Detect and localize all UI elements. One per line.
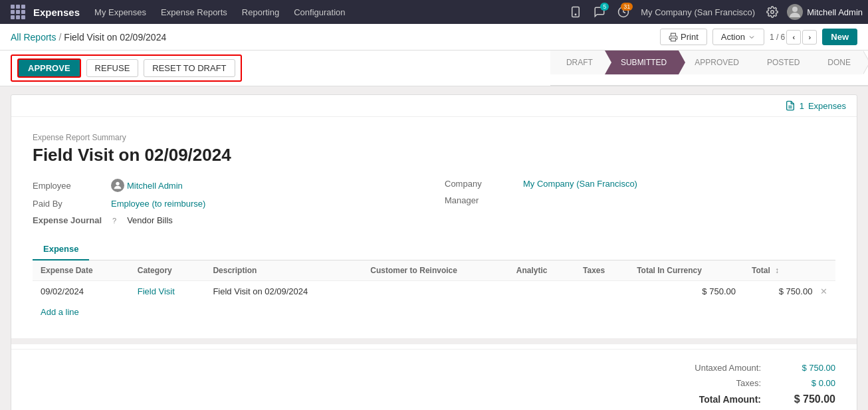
section-divider-2	[11, 344, 857, 349]
page-navigation: 1 / 6 ‹ ›	[770, 30, 817, 45]
total-amount-value: $ 750.00	[782, 393, 835, 405]
report-fields: Employee Mitchell Admin Paid By Employee…	[33, 179, 835, 225]
untaxed-value: $ 750.00	[782, 363, 835, 373]
row-customer	[362, 281, 508, 302]
main-content: 1 Expenses Expense Report Summary Field …	[0, 94, 868, 410]
th-description: Description	[205, 260, 362, 281]
remove-row-button[interactable]: ✕	[820, 286, 827, 296]
untaxed-label: Untaxed Amount:	[668, 363, 761, 373]
report-body: Expense Report Summary Field Visit on 02…	[11, 117, 857, 338]
report-title: Field Visit on 02/09/2024	[33, 145, 835, 165]
chat-badge: 5	[600, 3, 609, 11]
svg-point-8	[116, 182, 119, 185]
svg-point-3	[771, 11, 774, 14]
status-submitted: SUBMITTED	[605, 51, 679, 74]
th-analytic: Analytic	[508, 260, 575, 281]
employee-label: Employee	[33, 181, 106, 191]
action-status-bar: APPROVE REFUSE RESET TO DRAFT DRAFT SUBM…	[0, 51, 868, 86]
svg-point-1	[575, 14, 576, 15]
th-category: Category	[130, 260, 205, 281]
report-subtitle: Expense Report Summary	[33, 133, 835, 142]
status-approved-label: APPROVED	[695, 58, 739, 67]
next-page-button[interactable]: ›	[802, 30, 817, 45]
svg-rect-5	[671, 38, 676, 41]
app-logo[interactable]	[5, 5, 31, 19]
expenses-count-number: 1	[800, 101, 804, 111]
activity-badge: 31	[621, 3, 633, 11]
section-divider	[11, 338, 857, 344]
status-posted: POSTED	[751, 51, 812, 74]
status-posted-label: POSTED	[767, 58, 800, 67]
field-company: Company My Company (San Francisco)	[445, 179, 835, 189]
field-paid-by: Paid By Employee (to reimburse)	[33, 199, 423, 209]
row-total-currency: $ 750.00	[629, 281, 744, 302]
journal-value: Vendor Bills	[127, 215, 173, 225]
sort-icon[interactable]: ↕	[775, 266, 779, 275]
expenses-count-label: Expenses	[808, 101, 846, 111]
field-journal: Expense Journal ? Vendor Bills	[33, 215, 423, 225]
user-avatar	[787, 4, 803, 20]
th-date: Expense Date	[33, 260, 130, 281]
employee-avatar	[111, 179, 124, 192]
status-bar: DRAFT SUBMITTED APPROVED POSTED DONE	[550, 51, 868, 86]
taxes-label: Taxes:	[668, 378, 761, 388]
expense-tabs: Expense	[33, 239, 835, 260]
print-label: Print	[681, 32, 699, 42]
th-taxes: Taxes	[575, 260, 629, 281]
row-category[interactable]: Field Visit	[130, 281, 205, 302]
total-untaxed-row: Untaxed Amount: $ 750.00	[33, 360, 835, 375]
total-amount-label: Total Amount:	[668, 394, 761, 405]
grid-icon	[11, 5, 25, 19]
user-name: Mitchell Admin	[807, 7, 863, 17]
breadcrumb-parent[interactable]: All Reports	[11, 32, 56, 43]
row-analytic	[508, 281, 575, 302]
paid-by-value[interactable]: Employee (to reimburse)	[111, 199, 205, 209]
breadcrumb-separator: /	[58, 32, 61, 43]
expenses-count-bar: 1 Expenses	[11, 95, 857, 117]
user-menu[interactable]: Mitchell Admin	[787, 4, 863, 20]
top-navigation: Expenses My Expenses Expense Reports Rep…	[0, 0, 868, 24]
reset-draft-button[interactable]: RESET TO DRAFT	[144, 59, 235, 77]
breadcrumb: All Reports / Field Visit on 02/09/2024	[11, 32, 655, 43]
nav-my-expenses[interactable]: My Expenses	[88, 0, 153, 24]
svg-point-4	[792, 7, 798, 12]
topnav-right: 5 31 My Company (San Francisco) Mitchell…	[566, 3, 863, 21]
approve-button[interactable]: APPROVE	[17, 58, 81, 78]
activity-icon-btn[interactable]: 31	[614, 3, 633, 21]
breadcrumb-current: Field Visit on 02/09/2024	[64, 32, 166, 43]
settings-icon-btn[interactable]	[763, 3, 782, 21]
add-line-button[interactable]: Add a line	[33, 302, 87, 322]
secondary-nav: All Reports / Field Visit on 02/09/2024 …	[0, 24, 868, 51]
chat-icon-btn[interactable]: 5	[590, 3, 609, 21]
total-taxes-row: Taxes: $ 0.00	[33, 375, 835, 391]
row-total: $ 750.00 ✕	[744, 281, 835, 302]
phone-icon-btn[interactable]	[566, 3, 585, 21]
new-button[interactable]: New	[822, 29, 857, 45]
company-name: My Company (San Francisco)	[641, 7, 755, 17]
grand-total-row: Total Amount: $ 750.00	[33, 391, 835, 408]
prev-page-button[interactable]: ‹	[786, 30, 801, 45]
nav-expense-reports[interactable]: Expense Reports	[154, 0, 234, 24]
status-draft-label: DRAFT	[566, 58, 593, 67]
tab-expense[interactable]: Expense	[33, 239, 89, 260]
refuse-button[interactable]: REFUSE	[86, 59, 139, 77]
page-info: 1 / 6	[770, 33, 785, 42]
row-taxes	[575, 281, 629, 302]
action-button[interactable]: Action	[712, 29, 764, 45]
totals-section: Untaxed Amount: $ 750.00 Taxes: $ 0.00 T…	[11, 349, 857, 410]
journal-help-icon: ?	[112, 217, 116, 225]
top-nav-menu: My Expenses Expense Reports Reporting Co…	[88, 0, 352, 24]
status-submitted-label: SUBMITTED	[621, 58, 667, 67]
expenses-count[interactable]: 1 Expenses	[785, 100, 846, 111]
row-date: 09/02/2024	[33, 281, 130, 302]
action-buttons-box: APPROVE REFUSE RESET TO DRAFT	[11, 54, 242, 82]
company-value[interactable]: My Company (San Francisco)	[523, 179, 637, 189]
nav-reporting[interactable]: Reporting	[235, 0, 286, 24]
journal-label: Expense Journal	[33, 215, 106, 225]
employee-value[interactable]: Mitchell Admin	[127, 181, 183, 191]
nav-configuration[interactable]: Configuration	[287, 0, 352, 24]
app-name: Expenses	[33, 7, 80, 18]
table-row: 09/02/2024 Field Visit Field Visit on 02…	[33, 281, 835, 302]
print-button[interactable]: Print	[660, 29, 707, 45]
paid-by-label: Paid By	[33, 199, 106, 209]
